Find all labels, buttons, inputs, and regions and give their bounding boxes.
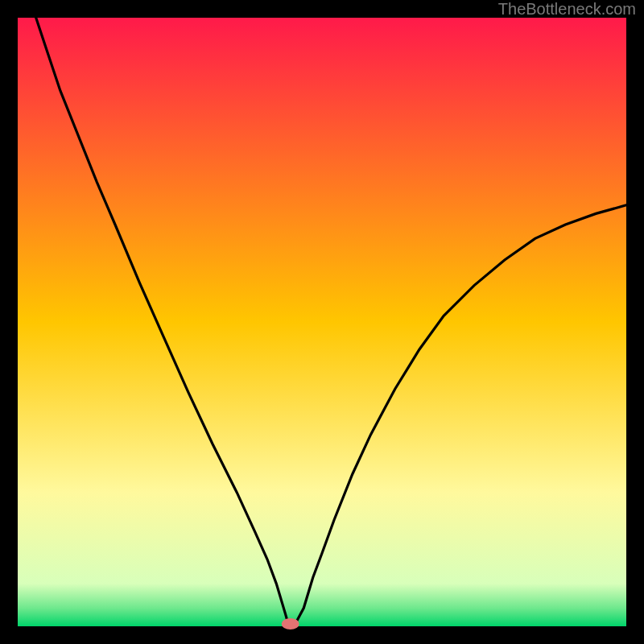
watermark-text: TheBottleneck.com [498, 0, 636, 18]
optimum-marker [282, 618, 299, 630]
bottleneck-chart: TheBottleneck.com [0, 0, 644, 644]
plot-area [18, 18, 626, 626]
chart-container: TheBottleneck.com [0, 0, 644, 644]
